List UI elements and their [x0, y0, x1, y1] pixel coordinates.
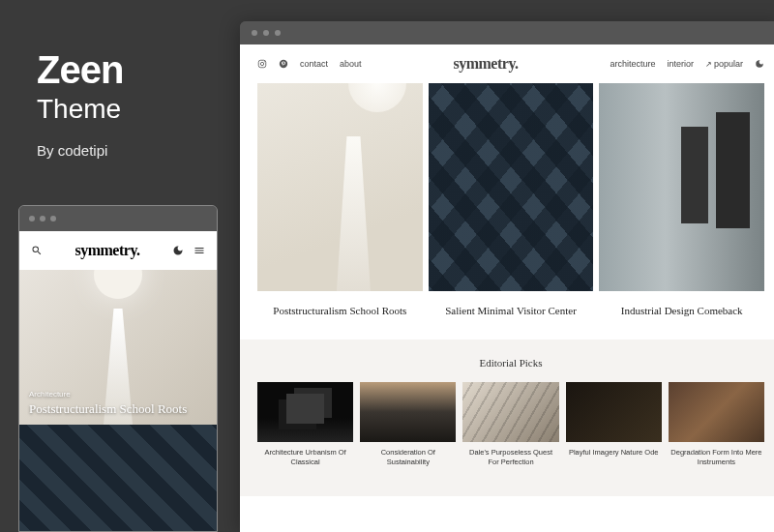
editorial-section: Editorial Picks Architecture Urbanism Of… [240, 340, 774, 496]
traffic-light-dot [263, 30, 269, 36]
hero-title[interactable]: Industrial Design Comeback [599, 305, 764, 316]
pick-image [669, 382, 764, 442]
pick-card[interactable]: Dale's Purposeless Quest For Perfection [462, 382, 558, 467]
svg-point-1 [260, 62, 263, 65]
hero-title[interactable]: Poststructuralism School Roots [257, 305, 423, 316]
hero-titles: Poststructuralism School Roots Salient M… [240, 291, 774, 340]
menu-icon[interactable] [194, 245, 205, 256]
nav-architecture[interactable]: architecture [610, 59, 655, 69]
hero-card[interactable] [599, 83, 764, 291]
traffic-light-dot [40, 216, 45, 222]
nav-interior[interactable]: interior [667, 59, 694, 69]
svg-point-3 [280, 60, 287, 68]
mobile-second-image[interactable] [19, 425, 217, 531]
theme-info: Zeen Theme By codetipi [37, 48, 123, 159]
pick-title: Playful Imagery Nature Ode [566, 448, 662, 458]
pick-title: Dale's Purposeless Quest For Perfection [462, 448, 558, 467]
pick-image [360, 382, 456, 442]
pick-image [566, 382, 662, 442]
mobile-hero-category: Architecture [29, 390, 187, 399]
mobile-preview: symmetry. Architecture Poststructuralism… [18, 205, 218, 532]
hero-image [429, 83, 594, 291]
pick-card[interactable]: Consideration Of Sustainability [360, 382, 456, 467]
traffic-light-dot [275, 30, 281, 36]
theme-name: Zeen [37, 48, 123, 92]
mobile-hero-title: Poststructuralism School Roots [29, 401, 187, 417]
site-logo[interactable]: symmetry. [74, 242, 139, 259]
theme-toggle-icon[interactable] [172, 245, 184, 256]
pick-card[interactable]: Degradation Form Into Mere Instruments [669, 382, 764, 467]
hero-grid [240, 83, 774, 291]
mobile-window-chrome [19, 206, 217, 231]
instagram-icon[interactable] [257, 59, 267, 69]
pick-title: Degradation Form Into Mere Instruments [669, 448, 764, 467]
mobile-hero-image[interactable]: Architecture Poststructuralism School Ro… [19, 270, 217, 425]
pick-image [462, 382, 558, 442]
search-icon[interactable] [31, 245, 43, 256]
traffic-light-dot [252, 30, 257, 36]
traffic-light-dot [29, 216, 35, 222]
nav-contact[interactable]: contact [300, 59, 328, 69]
pick-card[interactable]: Playful Imagery Nature Ode [566, 382, 662, 467]
nav-popular[interactable]: popular [705, 59, 743, 69]
traffic-light-dot [50, 216, 56, 222]
theme-byline: By codetipi [37, 142, 123, 159]
pick-image [257, 382, 353, 442]
desktop-window-chrome [240, 21, 774, 44]
editorial-heading: Editorial Picks [257, 357, 764, 369]
desktop-preview: contact about symmetry. architecture int… [240, 21, 774, 532]
site-logo[interactable]: symmetry. [453, 55, 518, 73]
theme-toggle-icon[interactable] [755, 59, 764, 69]
nav-about[interactable]: about [340, 59, 362, 69]
desktop-viewport: contact about symmetry. architecture int… [240, 44, 774, 532]
pinterest-icon[interactable] [279, 59, 288, 69]
theme-subtitle: Theme [37, 94, 123, 125]
hero-image [257, 83, 423, 291]
pick-card[interactable]: Architecture Urbanism Of Classical [257, 382, 353, 467]
hero-card[interactable] [257, 83, 423, 291]
mobile-header: symmetry. [19, 231, 217, 270]
pick-title: Architecture Urbanism Of Classical [257, 448, 353, 467]
mobile-viewport: symmetry. Architecture Poststructuralism… [19, 231, 217, 531]
svg-point-2 [264, 61, 265, 62]
hero-image [599, 83, 764, 291]
hero-title[interactable]: Salient Minimal Visitor Center [429, 305, 594, 316]
picks-grid: Architecture Urbanism Of Classical Consi… [257, 382, 764, 467]
top-nav: contact about symmetry. architecture int… [240, 44, 774, 83]
hero-card[interactable] [429, 83, 594, 291]
pick-title: Consideration Of Sustainability [360, 448, 456, 467]
